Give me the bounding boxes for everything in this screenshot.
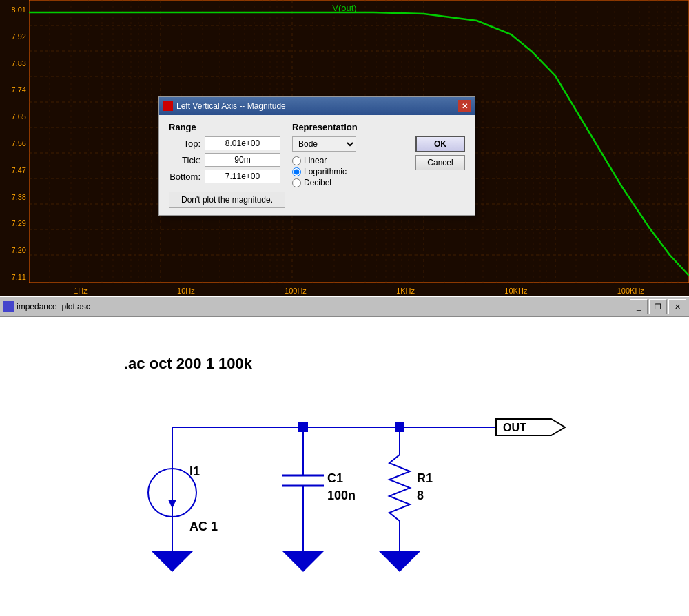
ok-button[interactable]: OK (415, 136, 465, 152)
dialog-titlebar-left: Left Vertical Axis -- Magnitude (163, 101, 286, 111)
taskbar-title: impedance_plot.asc (17, 302, 627, 311)
taskbar-controls: _ ❐ ✕ (630, 299, 686, 314)
junction-c1 (298, 422, 308, 432)
radio-decibel-label: Decibel (304, 178, 331, 187)
x-label-10hz: 10Hz (177, 287, 195, 295)
out-label: OUT (503, 422, 526, 433)
cancel-button[interactable]: Cancel (415, 155, 465, 170)
x-label-100khz: 100KHz (617, 287, 644, 295)
x-label-1hz: 1Hz (74, 287, 88, 295)
close-window-button[interactable]: ✕ (668, 299, 686, 314)
radio-decibel[interactable]: Decibel (292, 178, 409, 187)
buttons-section: OK Cancel (415, 122, 465, 170)
dialog-body: Range Top: Tick: Bottom: Don't plot the … (159, 115, 475, 215)
dialog-title: Left Vertical Axis -- Magnitude (176, 101, 286, 111)
c1-value: 100n (327, 489, 356, 502)
r1-value: 8 (417, 489, 424, 502)
resistor-r1 (389, 455, 410, 521)
bottom-label: Bottom: (169, 172, 205, 182)
y-axis-labels: 8.01 7.92 7.83 7.74 7.65 7.56 7.47 7.38 … (0, 0, 29, 296)
y-label-0: 8.01 (1, 6, 28, 14)
radio-linear-label: Linear (304, 156, 327, 165)
dont-plot-button[interactable]: Don't plot the magnitude. (169, 192, 285, 208)
dialog-app-icon (163, 101, 173, 111)
c1-label: C1 (327, 471, 343, 485)
ac-label: AC 1 (189, 520, 218, 533)
taskbar-app-icon (3, 301, 14, 312)
y-label-8: 7.29 (1, 219, 28, 227)
schematic-svg: I1 AC 1 C1 100n R1 8 OUT (69, 386, 586, 613)
top-field: Top: (169, 136, 285, 150)
bottom-field: Bottom: (169, 170, 285, 183)
x-label-10khz: 10KHz (504, 287, 527, 295)
y-label-9: 7.20 (1, 246, 28, 254)
ground-i1 (152, 551, 193, 572)
r1-label: R1 (417, 471, 433, 485)
svg-marker-71 (168, 500, 176, 509)
i1-label: I1 (189, 464, 200, 478)
x-label-1khz: 1KHz (396, 287, 415, 295)
representation-dropdown-row: Bode Linear Logarithmic Decibel (292, 136, 409, 152)
taskbar: impedance_plot.asc _ ❐ ✕ (0, 296, 689, 317)
radio-logarithmic[interactable]: Logarithmic (292, 167, 409, 176)
schematic-area: .ac oct 200 1 100k I1 AC 1 C1 10 (0, 317, 689, 616)
y-label-10: 7.11 (1, 273, 28, 281)
dialog-close-button[interactable]: ✕ (458, 100, 471, 112)
minimize-button[interactable]: _ (630, 299, 648, 314)
x-label-100hz: 100Hz (285, 287, 307, 295)
range-section: Range Top: Tick: Bottom: Don't plot the … (169, 122, 285, 208)
top-input[interactable] (205, 136, 280, 150)
representation-dropdown[interactable]: Bode Linear Logarithmic Decibel (292, 136, 356, 152)
dialog-main-row: Range Top: Tick: Bottom: Don't plot the … (169, 122, 465, 208)
radio-linear-input[interactable] (292, 156, 301, 165)
y-label-4: 7.65 (1, 112, 28, 121)
x-axis-labels: 1Hz 10Hz 100Hz 1KHz 10KHz 100KHz (29, 287, 689, 295)
dialog-titlebar: Left Vertical Axis -- Magnitude ✕ (159, 97, 475, 115)
restore-button[interactable]: ❐ (649, 299, 667, 314)
radio-group: Linear Logarithmic Decibel (292, 156, 409, 187)
y-label-6: 7.47 (1, 166, 28, 174)
representation-title: Representation (292, 122, 409, 132)
representation-section: Representation Bode Linear Logarithmic D… (292, 122, 409, 187)
radio-decibel-input[interactable] (292, 178, 301, 187)
y-label-1: 7.92 (1, 32, 28, 41)
radio-logarithmic-label: Logarithmic (304, 167, 347, 176)
bottom-input[interactable] (205, 170, 280, 183)
y-label-5: 7.56 (1, 139, 28, 147)
radio-logarithmic-input[interactable] (292, 167, 301, 176)
radio-linear[interactable]: Linear (292, 156, 409, 165)
spice-command: .ac oct 200 1 100k (124, 355, 252, 373)
tick-field: Tick: (169, 153, 285, 167)
y-label-2: 7.83 (1, 59, 28, 68)
top-label: Top: (169, 138, 205, 149)
tick-input[interactable] (205, 153, 280, 167)
range-title: Range (169, 122, 285, 132)
ground-r1 (379, 551, 420, 572)
plot-area: V(out) 8.01 7.92 7.83 7.74 7.65 7.56 7.4… (0, 0, 689, 296)
y-label-3: 7.74 (1, 85, 28, 94)
dialog-left-vertical-axis: Left Vertical Axis -- Magnitude ✕ Range … (158, 96, 475, 216)
ground-c1 (282, 551, 324, 572)
y-label-7: 7.38 (1, 193, 28, 201)
tick-label: Tick: (169, 155, 205, 165)
